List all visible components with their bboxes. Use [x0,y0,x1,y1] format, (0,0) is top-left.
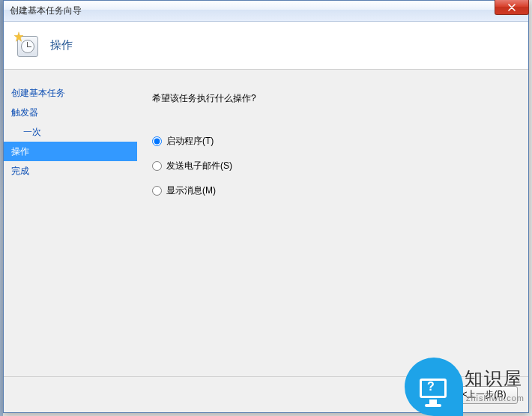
window-title: 创建基本任务向导 [10,4,82,17]
body: 创建基本任务 触发器 一次 操作 完成 希望该任务执行什么操作? 启动程序(T)… [4,70,528,376]
radio-show-message[interactable] [152,186,162,196]
wizard-footer: <上一步(B) [4,376,528,412]
titlebar: 创建基本任务向导 [4,1,528,22]
main-panel: 希望该任务执行什么操作? 启动程序(T) 发送电子邮件(S) 显示消息(M) [137,70,528,376]
back-button[interactable]: <上一步(B) [450,386,518,404]
option-label: 发送电子邮件(S) [166,160,232,172]
page-header: 操作 [4,22,528,70]
action-question: 希望该任务执行什么操作? [152,92,513,105]
step-create-basic-task[interactable]: 创建基本任务 [4,83,137,103]
option-label: 启动程序(T) [166,135,214,148]
close-icon [508,4,516,11]
content-area: 操作 创建基本任务 触发器 一次 操作 完成 希望该任务执行什么操作? 启动程序… [4,22,528,412]
new-star-icon [13,31,25,43]
wizard-steps-sidebar: 创建基本任务 触发器 一次 操作 完成 [4,70,137,376]
wizard-window: 创建基本任务向导 操作 创建基本任务 [3,0,529,413]
option-show-message[interactable]: 显示消息(M) [152,184,513,197]
close-button[interactable] [495,0,529,15]
radio-start-program[interactable] [152,136,162,146]
step-trigger[interactable]: 触发器 [4,103,137,122]
page-title: 操作 [50,38,73,52]
radio-send-email[interactable] [152,161,162,171]
step-finish[interactable]: 完成 [4,161,137,181]
step-action[interactable]: 操作 [4,142,137,161]
option-start-program[interactable]: 启动程序(T) [152,135,513,148]
option-label: 显示消息(M) [166,184,216,197]
task-scheduler-icon [14,33,40,58]
step-trigger-once[interactable]: 一次 [4,122,137,142]
option-send-email[interactable]: 发送电子邮件(S) [152,160,513,172]
window-buttons [495,0,529,15]
